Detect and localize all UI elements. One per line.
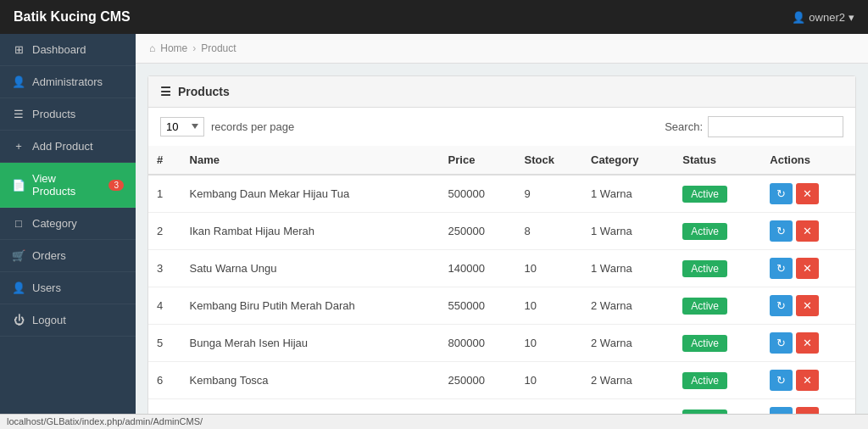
users-icon: 👤 bbox=[12, 281, 25, 294]
delete-button[interactable]: ✕ bbox=[796, 295, 819, 316]
cell-actions: ↻ ✕ bbox=[761, 213, 855, 250]
chevron-down-icon: ▾ bbox=[849, 11, 854, 24]
panel-title: Products bbox=[178, 85, 230, 98]
records-per-page-select[interactable]: 10 25 50 100 bbox=[160, 117, 204, 136]
category-icon: □ bbox=[12, 217, 25, 230]
logout-icon: ⏻ bbox=[12, 314, 25, 326]
cell-name: Ikan Rambat Hijau Merah bbox=[181, 213, 440, 250]
cell-name: Kembang Daun Mekar Hijau Tua bbox=[181, 175, 440, 213]
sidebar-item-administrators[interactable]: 👤 Administrators bbox=[0, 66, 136, 98]
breadcrumb-separator: › bbox=[192, 42, 196, 54]
edit-button[interactable]: ↻ bbox=[770, 258, 793, 279]
delete-button[interactable]: ✕ bbox=[796, 332, 819, 354]
sidebar-item-view-products[interactable]: 📄 View Products 3 bbox=[0, 163, 136, 208]
sidebar-item-products[interactable]: ☰ Products bbox=[0, 98, 136, 131]
records-per-page-label: records per page bbox=[211, 120, 294, 133]
sidebar-item-label: View Products bbox=[32, 172, 102, 198]
edit-button[interactable]: ↻ bbox=[770, 370, 793, 391]
col-status: Status bbox=[674, 146, 761, 175]
cell-price: 800000 bbox=[440, 325, 516, 362]
cell-stock: 10 bbox=[515, 250, 582, 287]
cell-price: 250000 bbox=[440, 362, 516, 399]
table-controls: 10 25 50 100 records per page Search: bbox=[148, 108, 855, 146]
sidebar-item-orders[interactable]: 🛒 Orders bbox=[0, 240, 136, 272]
table-row: 3 Satu Warna Ungu 140000 10 1 Warna Acti… bbox=[148, 250, 855, 287]
products-table: # Name Price Stock Category Status Actio… bbox=[148, 146, 855, 429]
col-name: Name bbox=[181, 146, 440, 175]
col-price: Price bbox=[440, 146, 516, 175]
status-badge: Active bbox=[682, 260, 727, 277]
action-buttons: ↻ ✕ bbox=[770, 258, 847, 279]
products-panel: ☰ Products 10 25 50 100 records per page… bbox=[147, 75, 856, 429]
cell-status: Active bbox=[674, 175, 761, 213]
delete-button[interactable]: ✕ bbox=[796, 220, 819, 242]
orders-icon: 🛒 bbox=[12, 249, 25, 262]
action-buttons: ↻ ✕ bbox=[770, 332, 847, 354]
app-title: Batik Kucing CMS bbox=[14, 9, 131, 25]
cell-stock: 9 bbox=[515, 175, 582, 213]
sidebar-item-category[interactable]: □ Category bbox=[0, 208, 136, 240]
status-badge: Active bbox=[682, 372, 727, 389]
cell-status: Active bbox=[674, 287, 761, 325]
cell-actions: ↻ ✕ bbox=[761, 325, 855, 362]
status-badge: Active bbox=[682, 335, 727, 352]
list-icon: ☰ bbox=[160, 85, 171, 98]
table-row: 6 Kembang Tosca 250000 10 2 Warna Active… bbox=[148, 362, 855, 399]
sidebar-item-label: Dashboard bbox=[32, 43, 86, 56]
status-badge: Active bbox=[682, 298, 727, 315]
edit-button[interactable]: ↻ bbox=[770, 295, 793, 316]
cell-stock: 10 bbox=[515, 325, 582, 362]
sidebar-item-label: Administrators bbox=[32, 75, 103, 88]
table-row: 5 Bunga Merah Isen Hijau 800000 10 2 War… bbox=[148, 325, 855, 362]
delete-button[interactable]: ✕ bbox=[796, 370, 819, 391]
cell-actions: ↻ ✕ bbox=[761, 362, 855, 399]
statusbar: localhost/GLBatix/index.php/admin/AdminC… bbox=[0, 414, 868, 429]
cell-price: 250000 bbox=[440, 213, 516, 250]
main-content: ⌂ Home › Product ☰ Products 10 25 50 100… bbox=[136, 34, 868, 429]
delete-button[interactable]: ✕ bbox=[796, 258, 819, 279]
sidebar-item-logout[interactable]: ⏻ Logout bbox=[0, 304, 136, 337]
navbar: Batik Kucing CMS 👤 owner2 ▾ bbox=[0, 0, 868, 34]
cell-actions: ↻ ✕ bbox=[761, 175, 855, 213]
col-actions: Actions bbox=[761, 146, 855, 175]
cell-num: 5 bbox=[148, 325, 181, 362]
search-input[interactable] bbox=[708, 116, 843, 137]
cell-num: 3 bbox=[148, 250, 181, 287]
cell-price: 550000 bbox=[440, 287, 516, 325]
edit-button[interactable]: ↻ bbox=[770, 332, 793, 354]
cell-name: Kembang Tosca bbox=[181, 362, 440, 399]
cell-category: 2 Warna bbox=[582, 362, 674, 399]
table-body: 1 Kembang Daun Mekar Hijau Tua 500000 9 … bbox=[148, 175, 855, 429]
cell-actions: ↻ ✕ bbox=[761, 287, 855, 325]
edit-button[interactable]: ↻ bbox=[770, 183, 793, 204]
table-row: 2 Ikan Rambat Hijau Merah 250000 8 1 War… bbox=[148, 213, 855, 250]
search-label: Search: bbox=[665, 120, 703, 133]
edit-button[interactable]: ↻ bbox=[770, 220, 793, 242]
cell-status: Active bbox=[674, 325, 761, 362]
action-buttons: ↻ ✕ bbox=[770, 295, 847, 316]
delete-button[interactable]: ✕ bbox=[796, 183, 819, 204]
products-icon: ☰ bbox=[12, 108, 25, 120]
home-icon: ⌂ bbox=[149, 42, 155, 54]
table-row: 1 Kembang Daun Mekar Hijau Tua 500000 9 … bbox=[148, 175, 855, 213]
search-area: Search: bbox=[665, 116, 843, 137]
col-stock: Stock bbox=[515, 146, 582, 175]
table-header: # Name Price Stock Category Status Actio… bbox=[148, 146, 855, 175]
status-badge: Active bbox=[682, 223, 727, 240]
cell-num: 1 bbox=[148, 175, 181, 213]
sidebar-item-users[interactable]: 👤 Users bbox=[0, 272, 136, 304]
cell-name: Kembang Biru Putih Merah Darah bbox=[181, 287, 440, 325]
statusbar-url: localhost/GLBatix/index.php/admin/AdminC… bbox=[7, 416, 203, 426]
user-menu[interactable]: 👤 owner2 ▾ bbox=[792, 11, 854, 24]
sidebar-item-dashboard[interactable]: ⊞ Dashboard bbox=[0, 34, 136, 66]
sidebar-item-label: Products bbox=[32, 108, 75, 120]
status-badge: Active bbox=[682, 186, 727, 203]
sidebar-item-add-product[interactable]: + Add Product bbox=[0, 131, 136, 163]
dashboard-icon: ⊞ bbox=[12, 43, 25, 56]
breadcrumb-home[interactable]: Home bbox=[160, 42, 187, 54]
cell-status: Active bbox=[674, 213, 761, 250]
sidebar-item-label: Orders bbox=[32, 249, 66, 262]
view-products-badge: 3 bbox=[108, 180, 124, 191]
cell-status: Active bbox=[674, 362, 761, 399]
sidebar-item-label: Category bbox=[32, 217, 77, 230]
